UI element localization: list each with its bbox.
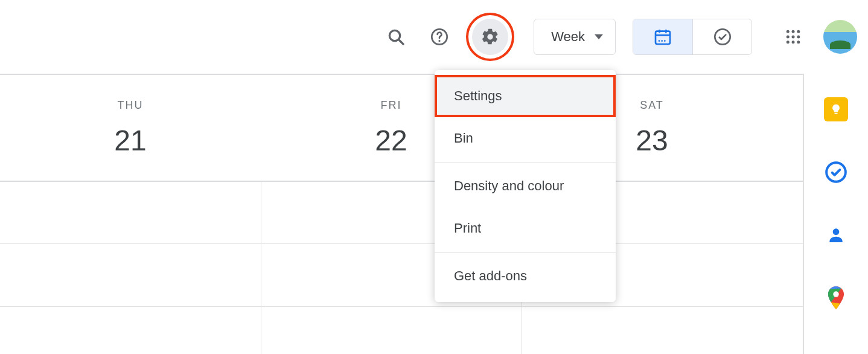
google-apps-button[interactable] (776, 20, 810, 54)
day-name: THU (0, 99, 261, 112)
search-button[interactable] (379, 20, 413, 54)
view-mode-group (633, 19, 752, 55)
menu-item-density[interactable]: Density and colour (435, 165, 616, 207)
menu-separator (435, 252, 616, 253)
svg-point-11 (715, 29, 730, 44)
svg-point-16 (792, 36, 795, 39)
side-panel (803, 74, 868, 354)
day-number: 21 (0, 124, 261, 157)
menu-separator (435, 162, 616, 163)
svg-point-9 (661, 40, 663, 42)
apps-grid-icon (784, 28, 802, 46)
svg-point-10 (664, 40, 666, 42)
contacts-button[interactable] (823, 222, 849, 248)
chevron-down-icon (595, 34, 603, 40)
help-button[interactable] (423, 20, 456, 54)
menu-item-label: Density and colour (454, 178, 564, 194)
svg-point-18 (787, 40, 790, 43)
tasks-side-icon (825, 161, 847, 184)
svg-point-15 (787, 36, 790, 39)
menu-item-label: Print (454, 220, 481, 236)
maps-icon (827, 286, 845, 309)
svg-point-23 (833, 291, 839, 297)
svg-line-1 (398, 39, 403, 44)
settings-highlight (466, 13, 514, 61)
svg-point-12 (787, 30, 790, 33)
menu-item-label: Bin (454, 130, 473, 146)
menu-item-settings[interactable]: Settings (435, 75, 616, 117)
keep-button[interactable] (823, 97, 849, 122)
svg-point-17 (797, 36, 800, 39)
svg-point-8 (659, 40, 660, 42)
svg-point-20 (797, 40, 800, 43)
hour-row[interactable] (0, 306, 868, 354)
view-selector[interactable]: Week (534, 19, 616, 55)
svg-rect-4 (656, 31, 670, 44)
settings-button[interactable] (472, 19, 508, 55)
hour-row[interactable] (0, 243, 868, 306)
calendar-grid: THU 21 FRI 22 SAT 23 (0, 74, 868, 354)
view-selector-label: Week (551, 29, 585, 45)
menu-item-label: Settings (454, 88, 502, 104)
menu-item-label: Get add-ons (454, 268, 527, 284)
keep-icon (824, 97, 848, 121)
tasks-icon (713, 27, 732, 47)
hour-row[interactable] (0, 181, 868, 243)
menu-item-addons[interactable]: Get add-ons (435, 255, 616, 297)
svg-point-19 (792, 40, 795, 43)
menu-item-print[interactable]: Print (435, 207, 616, 249)
svg-point-13 (792, 30, 795, 33)
help-icon (430, 27, 449, 47)
svg-point-14 (797, 30, 800, 33)
search-icon (386, 27, 406, 47)
svg-point-3 (439, 40, 441, 42)
tasks-button[interactable] (823, 159, 849, 185)
calendar-icon (653, 27, 672, 47)
gear-icon (480, 27, 500, 47)
settings-dropdown: Settings Bin Density and colour Print Ge… (435, 70, 616, 302)
calendar-view-button[interactable] (633, 19, 692, 54)
tasks-view-button[interactable] (692, 19, 752, 54)
svg-point-22 (833, 228, 840, 235)
menu-item-bin[interactable]: Bin (435, 117, 616, 159)
account-avatar[interactable] (823, 20, 857, 54)
day-header[interactable]: THU 21 (0, 75, 261, 181)
maps-button[interactable] (823, 285, 849, 311)
contacts-icon (826, 225, 846, 245)
